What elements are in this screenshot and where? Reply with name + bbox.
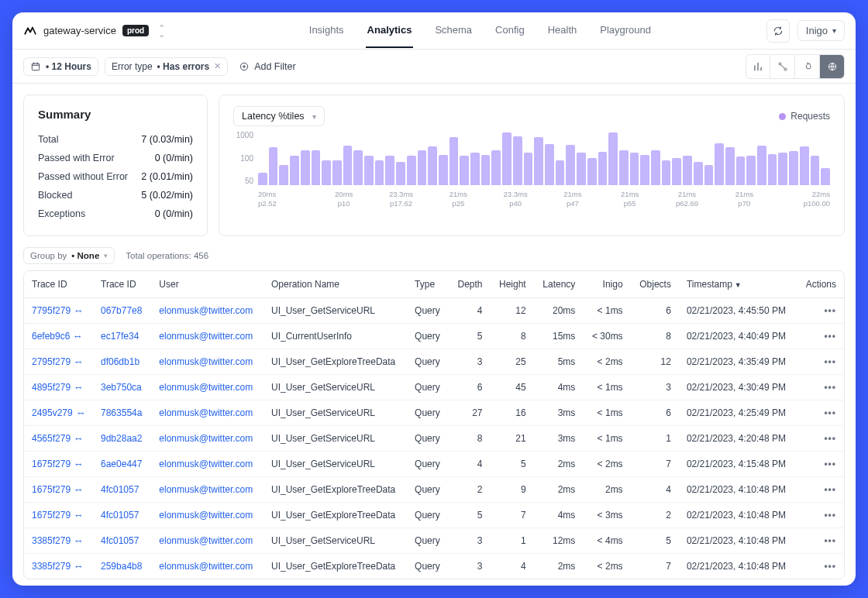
column-header[interactable]: Height <box>491 271 534 298</box>
row-actions-button[interactable]: ••• <box>824 535 836 546</box>
operation-name: UI_User_GetServiceURL <box>264 400 407 426</box>
row-actions-button[interactable]: ••• <box>824 484 836 495</box>
column-header[interactable]: Depth <box>449 271 490 298</box>
trace-link[interactable]: df06db1b <box>101 356 140 367</box>
time-range-chip[interactable]: • 12 Hours <box>23 57 98 76</box>
tab-schema[interactable]: Schema <box>433 13 474 48</box>
trace-link[interactable]: 4fc01057 <box>101 484 139 495</box>
column-header[interactable]: Trace ID <box>24 271 93 298</box>
add-filter-button[interactable]: Add Filter <box>234 58 301 75</box>
close-icon[interactable]: ✕ <box>214 61 221 71</box>
trace-link[interactable]: 2795f279 <box>32 356 71 367</box>
column-header[interactable]: Trace ID <box>93 271 151 298</box>
row-actions-button[interactable]: ••• <box>824 305 836 316</box>
summary-row: Total7 (0.03/min) <box>38 130 193 149</box>
user-link[interactable]: elonmusk@twitter.com <box>159 535 253 546</box>
group-by-dropdown[interactable]: Group by • None ▾ <box>23 247 115 264</box>
row-actions-button[interactable]: ••• <box>824 561 836 572</box>
trace-link[interactable]: 6ae0e447 <box>101 459 142 469</box>
trace-link[interactable]: 4895f279 <box>32 382 71 393</box>
row-actions-button[interactable]: ••• <box>824 510 836 521</box>
trace-link[interactable]: 1675f279 <box>32 459 71 469</box>
user-link[interactable]: elonmusk@twitter.com <box>159 433 253 444</box>
trace-link[interactable]: 2495v279 <box>32 407 73 418</box>
flow-view-button[interactable] <box>770 54 795 79</box>
user-link[interactable]: elonmusk@twitter.com <box>159 561 253 572</box>
row-actions-button[interactable]: ••• <box>824 433 836 444</box>
expand-icon[interactable]: ⤢ <box>73 562 83 572</box>
error-type-chip[interactable]: Error type • Has errors ✕ <box>105 57 228 76</box>
column-header[interactable]: Operation Name <box>264 271 407 298</box>
user-link[interactable]: elonmusk@twitter.com <box>159 382 253 393</box>
user-link[interactable]: elonmusk@twitter.com <box>159 407 253 418</box>
user-link[interactable]: elonmusk@twitter.com <box>159 356 253 367</box>
trace-link[interactable]: 259ba4b8 <box>101 561 142 572</box>
user-link[interactable]: elonmusk@twitter.com <box>159 484 253 495</box>
trace-link[interactable]: 4565f279 <box>32 433 71 444</box>
expand-icon[interactable]: ⤢ <box>73 357 83 367</box>
user-link[interactable]: elonmusk@twitter.com <box>159 305 253 316</box>
column-header[interactable]: Latency <box>534 271 584 298</box>
service-selector[interactable]: gateway-service prod ⌃⌄ <box>23 24 194 38</box>
globe-view-button[interactable] <box>820 54 845 79</box>
row-actions-button[interactable]: ••• <box>824 331 836 342</box>
chart-bar <box>651 150 660 185</box>
table-row: 1675f279⤢6ae0e447elonmusk@twitter.comUI_… <box>24 452 844 477</box>
time-range-label: • 12 Hours <box>46 61 91 72</box>
flame-view-button[interactable] <box>795 54 820 79</box>
expand-icon[interactable]: ⤢ <box>73 510 83 521</box>
column-header[interactable]: Inigo <box>583 271 630 298</box>
expand-icon[interactable]: ⤢ <box>73 459 83 469</box>
trace-link[interactable]: 6efeb9c6 <box>32 331 70 342</box>
column-header[interactable]: Objects <box>631 271 679 298</box>
user-link[interactable]: elonmusk@twitter.com <box>159 459 253 469</box>
expand-icon[interactable]: ⤢ <box>73 383 83 393</box>
tab-health[interactable]: Health <box>546 13 579 48</box>
trace-link[interactable]: 3385f279 <box>32 535 71 546</box>
row-actions-button[interactable]: ••• <box>824 382 836 393</box>
row-actions-button[interactable]: ••• <box>824 407 836 418</box>
tab-insights[interactable]: Insights <box>308 13 346 48</box>
view-mode-group <box>746 54 845 79</box>
trace-link[interactable]: 3eb750ca <box>101 382 142 393</box>
trace-link[interactable]: 1675f279 <box>32 510 71 521</box>
tab-playground[interactable]: Playground <box>598 13 653 48</box>
user-link[interactable]: elonmusk@twitter.com <box>159 510 253 521</box>
trace-link[interactable]: 067b77e8 <box>101 305 142 316</box>
objects: 7 <box>631 554 679 579</box>
trace-link[interactable]: 9db28aa2 <box>101 433 142 444</box>
expand-icon[interactable]: ⤢ <box>75 408 85 418</box>
trace-link[interactable]: 4fc01057 <box>101 535 139 546</box>
column-header[interactable]: Timestamp▼ <box>679 271 797 298</box>
sort-desc-icon: ▼ <box>735 281 742 289</box>
expand-icon[interactable]: ⤢ <box>73 434 83 444</box>
trace-link[interactable]: 1675f279 <box>32 484 71 495</box>
chart-metric-dropdown[interactable]: Latency %tiles ▾ <box>233 106 325 126</box>
expand-icon[interactable]: ⤢ <box>73 306 83 316</box>
op-type: Query <box>407 452 449 477</box>
row-actions-button[interactable]: ••• <box>824 459 836 469</box>
column-header[interactable]: Type <box>407 271 449 298</box>
chart-bar <box>375 160 384 185</box>
expand-icon[interactable]: ⤢ <box>73 536 83 546</box>
tab-config[interactable]: Config <box>494 13 526 48</box>
table-row: 6efeb9c6⤢ec17fe34elonmusk@twitter.comUI_… <box>24 324 844 349</box>
refresh-button[interactable] <box>766 19 790 43</box>
bar-chart-view-button[interactable] <box>746 54 770 79</box>
account-menu[interactable]: Inigo ▾ <box>797 20 845 41</box>
trace-link[interactable]: ec17fe34 <box>101 331 139 342</box>
table-row: 1675f279⤢4fc01057elonmusk@twitter.comUI_… <box>24 503 844 528</box>
column-header[interactable]: User <box>151 271 264 298</box>
tab-analytics[interactable]: Analytics <box>366 13 414 48</box>
row-actions-button[interactable]: ••• <box>824 356 836 367</box>
column-header[interactable]: Actions <box>797 271 844 298</box>
expand-icon[interactable]: ⤢ <box>73 332 83 342</box>
trace-link[interactable]: 4fc01057 <box>101 510 139 521</box>
expand-icon[interactable]: ⤢ <box>73 485 83 495</box>
user-link[interactable]: elonmusk@twitter.com <box>159 331 253 342</box>
chevron-updown-icon: ⌃⌄ <box>158 25 165 37</box>
chart-bar <box>694 162 703 185</box>
trace-link[interactable]: 7863554a <box>101 407 142 418</box>
trace-link[interactable]: 7795f279 <box>32 305 71 316</box>
trace-link[interactable]: 3385f279 <box>32 561 71 572</box>
